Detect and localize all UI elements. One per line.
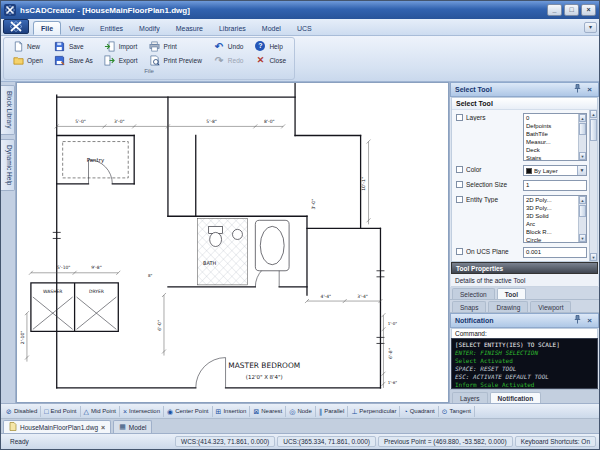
- layers-list-scrollbar[interactable]: ▲▼: [578, 114, 586, 160]
- svg-text:3'-4": 3'-4": [357, 294, 368, 299]
- close-document-button[interactable]: ✕ Close: [250, 53, 290, 67]
- layers-list-item[interactable]: Stairs: [526, 154, 578, 160]
- snap-mode-icon: ⊠: [253, 408, 259, 415]
- notification-close-icon[interactable]: ×: [585, 316, 594, 325]
- layers-list-item[interactable]: BathTile: [526, 130, 578, 138]
- ucs-plane-label: On UCS Plane: [466, 247, 510, 255]
- ribbon-tab-view[interactable]: View: [61, 21, 92, 35]
- snap-mode-item[interactable]: ⊥ Perpendicular: [348, 406, 400, 417]
- help-button[interactable]: ? Help: [250, 39, 290, 53]
- sidebar-tab-dynamic-help[interactable]: Dynamic Help: [1, 139, 15, 191]
- layers-list-item[interactable]: Measur...: [526, 138, 578, 146]
- tool-details-link[interactable]: Details of the active Tool: [451, 274, 598, 287]
- minimize-button[interactable]: _: [547, 4, 562, 16]
- color-dropdown[interactable]: By Layer ▼: [523, 165, 587, 176]
- snap-mode-item[interactable]: ◉ Center Point: [164, 406, 212, 417]
- drawing-canvas[interactable]: 5'-0"3'-0"5'-8"8'-0"Pantry5'-10"9'-8"WAS…: [16, 82, 449, 403]
- select-tool-panel-header: Select Tool ×: [450, 82, 599, 97]
- snap-mode-item[interactable]: □ End Point: [41, 406, 80, 417]
- layers-list-item[interactable]: Deck: [526, 146, 578, 154]
- ribbon-tab-file[interactable]: File: [33, 21, 61, 35]
- svg-text:3'-0": 3'-0": [114, 119, 125, 124]
- panel-tab-layers[interactable]: Layers: [452, 392, 488, 403]
- selection-size-checkbox[interactable]: [456, 181, 463, 188]
- export-icon: [104, 54, 116, 66]
- ribbon-options-button[interactable]: ▾: [584, 22, 597, 33]
- notification-pin-icon[interactable]: [573, 315, 582, 326]
- document-tab-model[interactable]: ▦ Model: [113, 420, 152, 433]
- document-tab-label: HouseMainFloorPlan1.dwg: [20, 424, 98, 431]
- snap-mode-item[interactable]: ⊘ Disabled: [3, 406, 41, 417]
- panel-scrollbar[interactable]: ▲▼: [589, 110, 597, 261]
- maximize-button[interactable]: □: [564, 4, 579, 16]
- new-button[interactable]: New: [8, 39, 47, 53]
- layers-list-item[interactable]: Defpoints: [526, 122, 578, 130]
- tab-snaps[interactable]: Snaps: [452, 301, 486, 312]
- ribbon-tab-modify[interactable]: Modify: [131, 21, 168, 35]
- selection-size-row: Selection Size 1: [456, 180, 587, 191]
- sidebar-tab-block-library[interactable]: Block Library: [1, 85, 15, 135]
- ribbon-tab-ucs[interactable]: UCS: [289, 21, 320, 35]
- import-button[interactable]: Import: [100, 39, 142, 53]
- close-window-button[interactable]: ×: [581, 4, 596, 16]
- save-as-button[interactable]: Save As: [50, 53, 97, 67]
- ribbon-tab-libraries[interactable]: Libraries: [211, 21, 254, 35]
- open-button[interactable]: Open: [8, 53, 47, 67]
- ucs-plane-input[interactable]: 0.001: [523, 247, 587, 258]
- redo-button[interactable]: ↷ Redo: [209, 53, 248, 67]
- entity-type-list-item[interactable]: 2D Poly...: [526, 196, 578, 204]
- color-checkbox[interactable]: [456, 166, 463, 173]
- snap-mode-item[interactable]: △ Mid Point: [81, 406, 120, 417]
- snap-mode-item[interactable]: × Intersection: [120, 406, 164, 417]
- export-button[interactable]: Export: [100, 53, 142, 67]
- print-button[interactable]: Print: [145, 39, 206, 53]
- entity-type-listbox[interactable]: 2D Poly...3D Poly...3D SolidArcBlock R..…: [523, 195, 587, 243]
- document-tab-drawing[interactable]: HouseMainFloorPlan1.dwg ×: [3, 420, 111, 433]
- tab-viewport[interactable]: Viewport: [530, 301, 571, 312]
- tab-selection[interactable]: Selection: [452, 288, 495, 299]
- entity-list-scrollbar[interactable]: ▲▼: [578, 196, 586, 242]
- command-line: SPACE: RESET TOOL: [455, 365, 594, 373]
- application-menu-button[interactable]: [3, 19, 29, 34]
- print-preview-button[interactable]: Print Preview: [145, 53, 206, 67]
- ribbon-tab-model[interactable]: Model: [254, 21, 289, 35]
- new-button-label: New: [27, 43, 40, 50]
- document-close-icon[interactable]: ×: [101, 424, 105, 431]
- snap-mode-item[interactable]: ∥ Parallel: [316, 406, 349, 417]
- entity-type-list-item[interactable]: 3D Poly...: [526, 204, 578, 212]
- svg-text:1'-0": 1'-0": [388, 321, 398, 326]
- layers-filter-row: Layers 0DefpointsBathTileMeasur...DeckSt…: [456, 113, 587, 161]
- status-keyboard-shortcuts[interactable]: Keyboard Shortcuts: On: [515, 436, 596, 447]
- layers-list-item[interactable]: 0: [526, 114, 578, 122]
- panel-tab-notification[interactable]: Notification: [490, 392, 542, 403]
- ucs-plane-checkbox[interactable]: [456, 248, 463, 255]
- ribbon-tab-measure[interactable]: Measure: [168, 21, 211, 35]
- entity-type-list-item[interactable]: 3D Solid: [526, 212, 578, 220]
- svg-text:DRYER: DRYER: [89, 289, 104, 294]
- snap-mode-item[interactable]: ◎ Node: [286, 406, 315, 417]
- command-line: [SELECT ENTITY(IES) TO SCALE]: [455, 341, 594, 349]
- snap-mode-item[interactable]: ⊙ Tangent: [439, 406, 475, 417]
- tab-tool[interactable]: Tool: [497, 288, 526, 299]
- snap-mode-item[interactable]: ⊠ Nearest: [250, 406, 286, 417]
- ribbon-tab-entities[interactable]: Entities: [92, 21, 131, 35]
- close-panel-icon[interactable]: ×: [585, 85, 594, 94]
- save-button[interactable]: Save: [50, 39, 97, 53]
- selection-size-input[interactable]: 1: [523, 180, 587, 191]
- snap-mode-item[interactable]: ◔ Quadrant: [400, 406, 438, 417]
- tab-drawing[interactable]: Drawing: [488, 301, 528, 312]
- entity-type-list-item[interactable]: Block R...: [526, 228, 578, 236]
- pin-icon[interactable]: [573, 84, 582, 95]
- command-output[interactable]: [SELECT ENTITY(IES) TO SCALE]ENTER: FINI…: [451, 338, 598, 389]
- svg-text:6'-0": 6'-0": [157, 320, 162, 331]
- layers-checkbox[interactable]: [456, 114, 463, 121]
- snap-mode-label: Disabled: [14, 408, 37, 414]
- undo-button[interactable]: ↶ Undo: [209, 39, 248, 53]
- layers-listbox[interactable]: 0DefpointsBathTileMeasur...DeckStairs ▲▼: [523, 113, 587, 161]
- snap-mode-item[interactable]: ⊞ Insertion: [213, 406, 251, 417]
- ucs-plane-row: On UCS Plane 0.001: [456, 247, 587, 258]
- chevron-down-icon[interactable]: ▼: [577, 166, 586, 175]
- entity-type-list-item[interactable]: Arc: [526, 220, 578, 228]
- entity-type-list-item[interactable]: Circle: [526, 236, 578, 242]
- entity-type-checkbox[interactable]: [456, 196, 463, 203]
